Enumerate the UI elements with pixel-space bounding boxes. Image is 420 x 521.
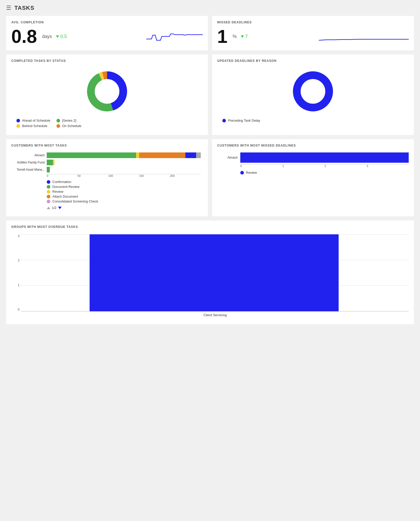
groups-bar-col — [59, 234, 370, 311]
avg-completion-delta-value: 0.5 — [60, 34, 67, 39]
h-bar-row-almach: Almach — [217, 152, 409, 163]
bar-row-almach: Almach — [11, 152, 203, 158]
h-bar-axis: 0 1 2 3 — [240, 164, 409, 168]
updated-donut-svg — [290, 68, 336, 114]
groups-row: GROUPS WITH MOST OVERDUE TASKS 0 1 2 3 — [6, 220, 414, 324]
tasks-icon: ☰ — [6, 5, 11, 11]
h-bar-track-almach — [240, 152, 409, 163]
legend-confirmation: Confirmation — [47, 180, 203, 184]
h-bar-fill-almach — [240, 152, 409, 163]
completed-tasks-card: COMPLETED TASKS BY STATUS — [6, 54, 208, 135]
legend-item-behind: Behind Schedule — [16, 124, 50, 128]
legend-dot-review — [47, 190, 50, 194]
legend-item-ahead: Ahead of Schedule — [16, 119, 50, 122]
avg-completion-value: 0.8 — [11, 27, 37, 46]
legend-label-confirmation: Confirmation — [52, 180, 71, 184]
legend-label-screening: Consolidated Screening Check — [52, 199, 98, 203]
legend-label-attach-doc: Attach Document — [52, 195, 78, 198]
sparkline-svg — [146, 27, 203, 45]
groups-x-labels: Client Servicing — [22, 312, 409, 317]
customers-bar-chart: Almach Antilles Family Fund — [11, 150, 203, 212]
page-title: TASKS — [14, 5, 34, 11]
donut-svg — [84, 68, 130, 114]
customers-row: CUSTOMERS WITH MOST TASKS Almach Antill — [6, 139, 414, 216]
legend-label-preceding: Preceding Task Delay — [228, 119, 260, 122]
page-header: ☰ TASKS — [0, 0, 420, 16]
updated-deadlines-chart-area: Preceding Task Delay — [217, 66, 409, 125]
completed-tasks-legend: Ahead of Schedule [Series 2] Behind Sche… — [16, 119, 90, 128]
legend-dot-review-missed — [240, 171, 244, 175]
metrics-row: AVG. COMPLETION 0.8 days 0.5 MISSED DEAD… — [6, 16, 414, 50]
legend-label-review-missed: Review — [246, 171, 257, 175]
bar-axis: 0 50 100 150 200 — [47, 174, 201, 177]
h-bar-label-almach: Almach — [217, 156, 238, 159]
legend-label-behind: Behind Schedule — [22, 124, 47, 128]
legend-dot-ahead — [16, 119, 20, 122]
legend-item-review-missed: Review — [240, 171, 409, 175]
legend-item-series2: [Series 2] — [56, 119, 90, 122]
legend-dot-onschedule — [56, 124, 60, 128]
completed-tasks-title: COMPLETED TASKS BY STATUS — [11, 59, 203, 63]
groups-y-labels: 0 1 2 3 — [11, 234, 20, 311]
dashboard: AVG. COMPLETION 0.8 days 0.5 MISSED DEAD… — [0, 16, 420, 330]
legend-dot-behind — [16, 124, 20, 128]
groups-overdue-title: GROUPS WITH MOST OVERDUE TASKS — [11, 225, 409, 229]
bar-label-antilles: Antilles Family Fund — [11, 161, 45, 164]
avg-completion-card: AVG. COMPLETION 0.8 days 0.5 — [6, 16, 208, 50]
axis-0: 0 — [47, 174, 78, 177]
delta-down-icon — [56, 35, 59, 38]
bar-seg-almach-orange — [139, 152, 185, 158]
missed-deadlines-metric-row: 1 % 7 — [217, 27, 409, 46]
groups-vertical-bar-chart: 0 1 2 3 — [11, 232, 409, 320]
missed-deadlines-value: 1 — [217, 27, 227, 46]
bar-seg-almach-blue — [185, 152, 196, 158]
h-axis-0: 0 — [240, 165, 282, 168]
updated-deadlines-card: UPDATED DEADLINES BY REASON Preceding Ta… — [212, 54, 414, 135]
groups-overdue-card: GROUPS WITH MOST OVERDUE TASKS 0 1 2 3 — [6, 220, 414, 324]
missed-delta-down-icon — [241, 35, 244, 38]
svg-point-4 — [96, 80, 119, 103]
missed-deadlines-sparkline — [252, 27, 409, 45]
bar-track-antilles — [47, 160, 201, 165]
updated-deadlines-legend: Preceding Task Delay — [222, 119, 304, 122]
legend-label-ahead: Ahead of Schedule — [22, 119, 50, 122]
groups-chart-inner: 0 1 2 3 — [11, 234, 409, 311]
groups-bars-container — [59, 234, 370, 311]
charts-row: COMPLETED TASKS BY STATUS — [6, 54, 414, 135]
bar-seg-almach-green — [47, 152, 136, 158]
legend-dot-series2 — [56, 119, 60, 122]
axis-150: 150 — [139, 174, 170, 177]
bar-seg-almach-yellow — [136, 152, 139, 158]
customers-legend: Confirmation Document Review Review Atta… — [47, 180, 203, 203]
legend-dot-confirmation — [47, 180, 50, 184]
legend-dot-doc-review — [47, 185, 50, 189]
page-down-icon[interactable] — [58, 207, 62, 209]
legend-label-review: Review — [52, 190, 63, 194]
bar-label-terrell: Terrell Asset Mana... — [11, 168, 45, 171]
legend-dot-attach-doc — [47, 195, 50, 198]
pagination: 1/2 — [47, 206, 203, 210]
missed-sparkline-svg — [319, 27, 409, 45]
customers-missed-bar-chart: Almach 0 1 2 3 Review — [217, 150, 409, 177]
customers-missed-deadlines-card: CUSTOMERS WITH MOST MISSED DEADLINES Alm… — [212, 139, 414, 216]
h-axis-1: 1 — [282, 165, 324, 168]
page-up-icon[interactable] — [47, 207, 50, 209]
legend-dot-preceding — [222, 119, 226, 122]
missed-deadlines-delta: 7 — [241, 34, 248, 39]
completed-tasks-chart-area: Ahead of Schedule [Series 2] Behind Sche… — [11, 66, 203, 130]
updated-deadlines-donut — [290, 68, 336, 114]
axis-100: 100 — [108, 174, 139, 177]
bar-track-terrell — [47, 167, 201, 172]
y-label-1: 1 — [11, 283, 20, 287]
x-label-client-servicing: Client Servicing — [22, 313, 409, 317]
missed-deadlines-delta-value: 7 — [245, 34, 248, 39]
avg-completion-sparkline — [71, 27, 203, 45]
svg-point-6 — [301, 80, 324, 103]
avg-completion-unit: days — [42, 34, 52, 39]
bar-row-antilles: Antilles Family Fund — [11, 160, 203, 165]
bar-track-almach — [47, 152, 201, 158]
avg-completion-delta: 0.5 — [56, 34, 67, 39]
legend-dot-screening — [47, 200, 50, 203]
legend-label-series2: [Series 2] — [62, 119, 76, 122]
groups-bar-client-servicing — [90, 234, 339, 311]
